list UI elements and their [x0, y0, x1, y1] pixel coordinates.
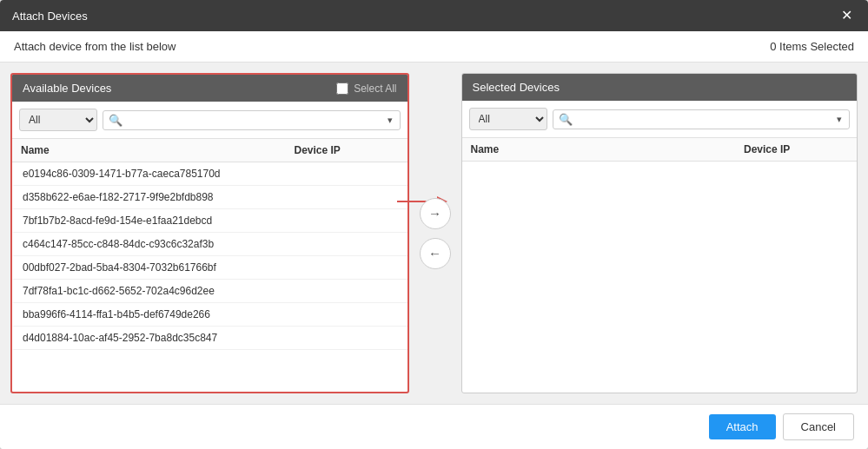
- selected-devices-panel: Selected Devices All Active Inactive 🔍 ▾…: [461, 73, 858, 393]
- attach-button[interactable]: Attach: [709, 414, 776, 439]
- chevron-down-icon: ▾: [388, 115, 393, 125]
- select-all-label: Select All: [354, 83, 396, 95]
- list-item[interactable]: e0194c86-0309-1471-b77a-caeca785170d: [12, 162, 407, 186]
- selected-filter-select[interactable]: All Active Inactive: [469, 108, 547, 130]
- selected-panel-columns: Name Device IP: [462, 138, 858, 162]
- list-item[interactable]: 7bf1b7b2-8acd-fe9d-154e-e1faa21debcd: [12, 209, 407, 233]
- available-search-wrapper: 🔍 ▾: [103, 110, 401, 130]
- dialog-subheader: Attach device from the list below 0 Item…: [0, 31, 868, 63]
- available-panel-filters: All Active Inactive 🔍 ▾: [12, 102, 407, 139]
- available-device-list: e0194c86-0309-1471-b77a-caeca785170d d35…: [12, 162, 407, 392]
- dialog-body: Available Devices Select All All Active …: [0, 63, 868, 404]
- dialog-footer: Attach Cancel: [0, 404, 868, 449]
- selected-search-wrapper: 🔍 ▾: [553, 109, 851, 129]
- available-search-input[interactable]: [126, 114, 382, 126]
- arrow-left-icon: ←: [428, 246, 441, 261]
- selected-panel-title: Selected Devices: [473, 81, 560, 94]
- selected-col-name: Name: [471, 143, 745, 155]
- list-item[interactable]: d358b622-e6ae-f182-2717-9f9e2bfdb898: [12, 186, 407, 209]
- close-button[interactable]: ✕: [838, 7, 856, 24]
- available-search-icon: 🔍: [109, 114, 123, 127]
- available-panel-columns: Name Device IP: [12, 139, 407, 162]
- available-devices-panel: Available Devices Select All All Active …: [10, 73, 409, 393]
- available-col-device-ip: Device IP: [295, 144, 399, 156]
- move-left-button[interactable]: ←: [420, 238, 451, 269]
- selected-search-expand-button[interactable]: ▾: [835, 114, 844, 125]
- close-icon: ✕: [841, 8, 852, 23]
- selected-device-list: [462, 162, 858, 393]
- list-item[interactable]: bba996f6-4114-ffa1-b4b5-def6749de266: [12, 303, 407, 327]
- available-panel-title: Available Devices: [23, 82, 111, 95]
- available-panel-header: Available Devices Select All: [12, 75, 407, 102]
- move-right-button[interactable]: →: [420, 198, 451, 229]
- subheader-text: Attach device from the list below: [14, 40, 176, 53]
- dialog-header: Attach Devices ✕: [0, 0, 868, 31]
- selected-col-device-ip: Device IP: [744, 143, 848, 155]
- cancel-button[interactable]: Cancel: [783, 413, 854, 440]
- selected-search-input[interactable]: [576, 113, 832, 125]
- list-item[interactable]: c464c147-85cc-c848-84dc-c93c6c32af3b: [12, 233, 407, 256]
- select-all-area: Select All: [336, 83, 396, 95]
- available-search-expand-button[interactable]: ▾: [386, 115, 394, 126]
- list-item[interactable]: d4d01884-10ac-af45-2952-7ba8dc35c847: [12, 327, 407, 350]
- dialog-title: Attach Devices: [12, 10, 88, 23]
- arrow-right-icon: →: [428, 206, 441, 221]
- chevron-down-icon: ▾: [837, 114, 842, 124]
- list-item[interactable]: 00dbf027-2bad-5ba4-8304-7032b61766bf: [12, 256, 407, 280]
- transfer-controls: → ←: [409, 73, 461, 393]
- selected-panel-header: Selected Devices: [462, 74, 858, 101]
- available-filter-select[interactable]: All Active Inactive: [19, 109, 97, 131]
- attach-devices-dialog: Attach Devices ✕ Attach device from the …: [0, 0, 868, 449]
- selected-panel-filters: All Active Inactive 🔍 ▾: [462, 101, 858, 138]
- select-all-checkbox[interactable]: [336, 83, 348, 95]
- items-selected-count: 0 Items Selected: [770, 40, 854, 53]
- selected-search-icon: 🔍: [559, 113, 573, 126]
- list-item[interactable]: 7df78fa1-bc1c-d662-5652-702a4c96d2ee: [12, 280, 407, 303]
- available-col-name: Name: [21, 144, 295, 156]
